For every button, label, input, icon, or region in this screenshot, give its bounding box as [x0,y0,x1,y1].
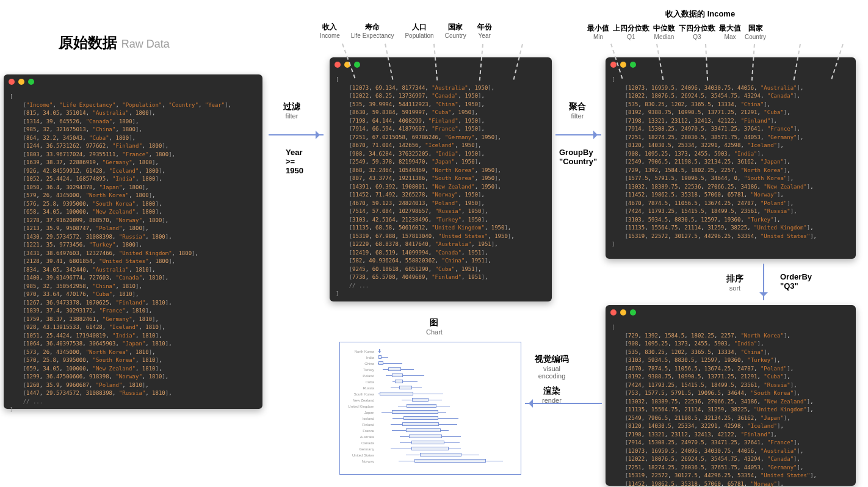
chart-row: Australia [346,434,515,440]
step-aggregate: 聚合 filter [569,101,586,120]
chart-row: Finland [346,422,515,428]
chart-preview: North KoreaIndiaChinaTurkeyPolandCubaRus… [339,342,521,475]
title-en: Raw Data [121,38,170,50]
terminal-raw-data: [ ["Income", "Life Expectancy", "Populat… [4,74,262,409]
chart-row: United States [346,452,515,458]
chart-row: India [346,355,515,361]
step-filter: 过滤 filter [283,101,300,120]
column-label: 中位数Median [653,23,675,40]
terminal-content: [ [12073, 69.134, 8177344, "Australia", … [330,72,552,306]
panel3-header: 收入数据的 Income [665,9,735,20]
arrow-aggregate [555,134,601,135]
terminal-sorted: [ [729, 1392, 1584.5, 1802.25, 2257, "No… [606,305,856,486]
terminal-content: [ ["Income", "Life Expectancy", "Populat… [4,89,262,422]
chart-row: China [346,361,515,367]
chart-row: New Zealand [346,397,515,403]
close-icon [335,62,341,68]
maximize-icon [28,79,34,85]
column-label: 最小值Min [587,23,609,40]
column-label: 最大值Max [719,23,741,40]
chart-row: Canada [346,440,515,446]
maximize-icon [354,62,360,68]
column-labels-filtered: 收入Income寿命Life Expectancy人口Population国家C… [320,22,492,39]
terminal-header [4,74,262,89]
maximize-icon [630,309,636,316]
step-sort: 排序 sort [726,273,743,292]
chart-row: France [346,428,515,434]
step-render: 视觉编码 visual encoding 渲染 render [535,354,569,404]
chart-row: Japan [346,409,515,416]
arrow-sort [763,264,764,300]
chart-inner: North KoreaIndiaChinaTurkeyPolandCubaRus… [340,342,521,471]
column-label: 下四分位数Q3 [679,23,715,40]
title-cn: 原始数据 [59,34,117,51]
chart-row: Poland [346,373,515,379]
column-label: 寿命Life Expectancy [351,22,394,39]
chart-row: Norway [346,458,515,464]
terminal-content: [ [729, 1392, 1584.5, 1802.25, 2257, "No… [606,320,856,487]
terminal-filtered: [ [12073, 69.134, 8177344, "Australia", … [330,57,552,301]
chart-row: Cuba [346,379,515,385]
param-sort: OrderBy "Q3" [780,272,812,290]
page-title: 原始数据 Raw Data [59,33,170,52]
minimize-icon [18,79,24,85]
param-filter: Year >= 1950 [286,148,303,175]
column-label: 上四分位数Q1 [613,23,649,40]
arrow-render [525,403,602,404]
column-label: 收入Income [320,22,340,39]
chart-row: South Korea [346,391,515,397]
column-label: 人口Population [405,22,433,39]
terminal-aggregated: [ [12073, 16959.5, 24096, 34030.75, 4405… [606,57,856,259]
chart-row: Turkey [346,367,515,373]
column-labels-aggregated: 最小值Min上四分位数Q1中位数Median下四分位数Q3最大值Max国家Cou… [587,23,766,40]
chart-row: North Korea [346,348,515,355]
terminal-header [606,305,856,320]
close-icon [610,62,617,68]
column-label: 年份Year [477,22,492,39]
column-label: 国家Country [745,23,766,40]
maximize-icon [630,62,636,68]
close-icon [9,79,15,85]
terminal-content: [ [12073, 16959.5, 24096, 34030.75, 4405… [606,72,856,256]
minimize-icon [620,62,626,68]
param-aggregate: GroupBy "Country" [559,148,597,166]
chart-row: Germany [346,446,515,452]
chart-label: 图 Chart [426,317,443,336]
minimize-icon [620,309,626,316]
chart-row: Iceland [346,416,515,422]
column-label: 国家Country [445,22,466,39]
chart-row: Russia [346,385,515,391]
close-icon [610,309,617,316]
chart-row: United Kingdom [346,403,515,409]
arrow-filter [269,134,324,135]
terminal-header [606,57,856,72]
